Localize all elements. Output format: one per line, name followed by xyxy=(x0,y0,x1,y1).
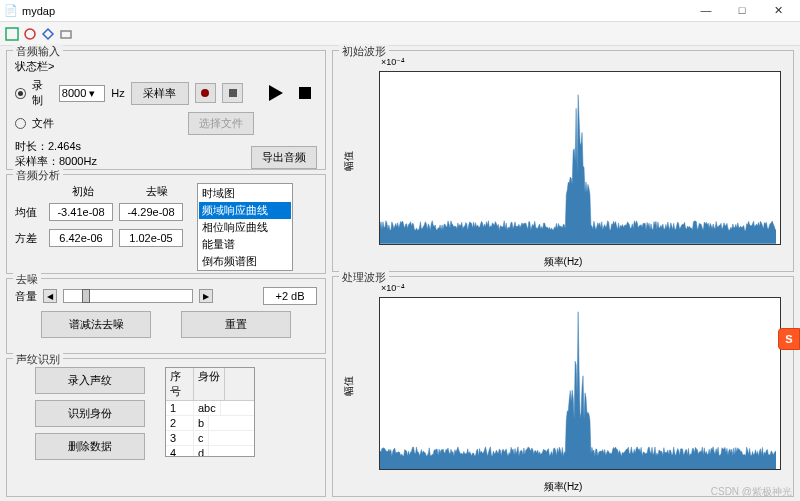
xlabel: 频率(Hz) xyxy=(544,255,583,269)
th-idx: 序号 xyxy=(166,368,194,400)
list-item[interactable]: 倒布频谱图 xyxy=(199,253,291,270)
choose-file-button[interactable]: 选择文件 xyxy=(188,112,254,135)
spectral-subtract-button[interactable]: 谱减法去噪 xyxy=(41,311,151,338)
gain-value: +2 dB xyxy=(263,287,317,305)
side-badge-icon[interactable]: S xyxy=(778,328,800,350)
ylabel: 幅值 xyxy=(342,151,356,171)
export-audio-button[interactable]: 导出音频 xyxy=(251,146,317,169)
titlebar: 📄 mydap — □ ✕ xyxy=(0,0,800,22)
list-item[interactable]: 音压曲线 xyxy=(199,270,291,271)
panel-title: 音频输入 xyxy=(13,44,63,59)
plot-type-list[interactable]: 时域图频域响应曲线相位响应曲线能量谱倒布频谱图音压曲线 xyxy=(197,183,293,271)
volume-slider[interactable] xyxy=(63,289,193,303)
stop-icon xyxy=(229,89,237,97)
col-init: 初始 xyxy=(49,184,117,199)
sample-rate-select[interactable]: 8000 ▾ xyxy=(59,85,105,102)
chart-original-panel: 初始波形 ×10⁻⁴ 幅值 频率(Hz) 00.511.52-4000-3000… xyxy=(332,50,794,272)
sample-rate-button[interactable]: 采样率 xyxy=(131,82,189,105)
panel-title: 去噪 xyxy=(13,272,41,287)
reset-button[interactable]: 重置 xyxy=(181,311,291,338)
fs-label: 采样率： xyxy=(15,155,59,167)
stop-button[interactable] xyxy=(294,81,317,105)
denoise-panel: 去噪 音量 ◀ ▶ +2 dB 谱减法去噪 重置 xyxy=(6,278,326,354)
mean-denoise-value: -4.29e-08 xyxy=(119,203,183,221)
list-item[interactable]: 时域图 xyxy=(199,185,291,202)
table-row[interactable]: 1abc xyxy=(166,401,254,416)
fs-value: 8000Hz xyxy=(59,155,97,167)
volume-label: 音量 xyxy=(15,289,37,304)
panel-title: 声纹识别 xyxy=(13,352,63,367)
table-row[interactable]: 3c xyxy=(166,431,254,446)
file-label: 文件 xyxy=(32,116,54,131)
identify-button[interactable]: 识别身份 xyxy=(35,400,145,427)
app-icon: 📄 xyxy=(4,4,18,17)
panel-title: 音频分析 xyxy=(13,168,63,183)
voiceprint-panel: 声纹识别 录入声纹 识别身份 删除数据 序号身份 1abc2b3c4d5e xyxy=(6,358,326,497)
row-mean: 均值 xyxy=(15,205,43,220)
duration-label: 时长： xyxy=(15,140,48,152)
record-icon xyxy=(201,89,209,97)
duration-value: 2.464s xyxy=(48,140,81,152)
tool-icon-3[interactable] xyxy=(40,26,56,42)
play-button[interactable] xyxy=(265,81,288,105)
th-id: 身份 xyxy=(194,368,225,400)
slider-thumb[interactable] xyxy=(82,289,90,303)
list-item[interactable]: 相位响应曲线 xyxy=(199,219,291,236)
maximize-button[interactable]: □ xyxy=(728,4,756,17)
analysis-panel: 音频分析 初始去噪 均值-3.41e-08-4.29e-08 方差6.42e-0… xyxy=(6,174,326,274)
stop-square-icon xyxy=(299,87,311,99)
chart-area-1: 00.511.52-4000-3000-2000-100001000200030… xyxy=(379,71,781,245)
y-exponent: ×10⁻⁴ xyxy=(381,57,405,67)
xlabel: 频率(Hz) xyxy=(544,480,583,494)
row-var: 方差 xyxy=(15,231,43,246)
chart-processed-panel: 处理波形 ×10⁻⁴ 幅值 频率(Hz) 00.511.52-4000-3000… xyxy=(332,276,794,498)
tool-icon-1[interactable] xyxy=(4,26,20,42)
file-radio[interactable] xyxy=(15,118,26,129)
chart-area-2: 00.511.52-4000-3000-2000-100001000200030… xyxy=(379,297,781,471)
svg-rect-0 xyxy=(6,28,18,40)
svg-rect-2 xyxy=(61,31,71,38)
ylabel: 幅值 xyxy=(342,376,356,396)
play-icon xyxy=(269,85,283,101)
toolbar xyxy=(0,22,800,46)
record-button[interactable] xyxy=(195,83,216,103)
list-item[interactable]: 能量谱 xyxy=(199,236,291,253)
svg-point-1 xyxy=(25,29,35,39)
stop-record-button[interactable] xyxy=(222,83,243,103)
mean-init-value: -3.41e-08 xyxy=(49,203,113,221)
minimize-button[interactable]: — xyxy=(692,4,720,17)
slider-inc[interactable]: ▶ xyxy=(199,289,213,303)
list-item[interactable]: 频域响应曲线 xyxy=(199,202,291,219)
y-exponent: ×10⁻⁴ xyxy=(381,283,405,293)
table-row[interactable]: 4d xyxy=(166,446,254,457)
tool-icon-2[interactable] xyxy=(22,26,38,42)
record-radio[interactable] xyxy=(15,88,26,99)
tool-icon-4[interactable] xyxy=(58,26,74,42)
col-denoise: 去噪 xyxy=(123,184,191,199)
slider-dec[interactable]: ◀ xyxy=(43,289,57,303)
var-init-value: 6.42e-06 xyxy=(49,229,113,247)
window-title: mydap xyxy=(22,5,55,17)
table-row[interactable]: 2b xyxy=(166,416,254,431)
var-denoise-value: 1.02e-05 xyxy=(119,229,183,247)
status-label: 状态栏> xyxy=(15,59,54,74)
identity-table[interactable]: 序号身份 1abc2b3c4d5e xyxy=(165,367,255,457)
delete-button[interactable]: 删除数据 xyxy=(35,433,145,460)
hz-label: Hz xyxy=(111,87,124,99)
close-button[interactable]: ✕ xyxy=(764,4,792,17)
enroll-button[interactable]: 录入声纹 xyxy=(35,367,145,394)
audio-input-panel: 音频输入 状态栏> 录制 8000 ▾ Hz 采样率 文件 选择文件 时长：2.… xyxy=(6,50,326,170)
record-label: 录制 xyxy=(32,78,53,108)
